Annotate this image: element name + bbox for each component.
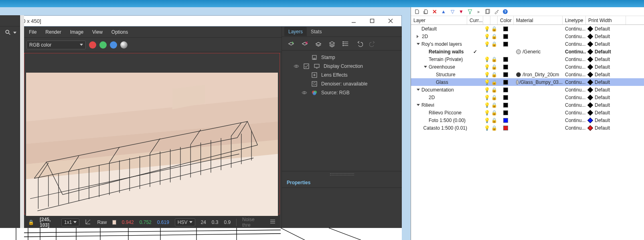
layer-printwidth[interactable]: Default: [586, 55, 626, 63]
red-channel-dot[interactable]: [89, 41, 96, 49]
layer-color-swatch[interactable]: [498, 124, 514, 132]
layer-material[interactable]: [514, 101, 563, 109]
move-down-icon[interactable]: ▽: [449, 8, 456, 15]
layer-printwidth[interactable]: Default: [586, 48, 626, 55]
layer-visible-toggle[interactable]: 💡: [483, 55, 490, 63]
layer-color-swatch[interactable]: [498, 116, 514, 124]
layer-linetype[interactable]: Continu...: [563, 48, 586, 55]
layer-material[interactable]: [514, 40, 563, 48]
chevron-down-icon[interactable]: [417, 43, 420, 45]
layer-material[interactable]: [514, 25, 563, 33]
layer-color-swatch[interactable]: [498, 101, 514, 109]
tools-icon[interactable]: [493, 8, 500, 15]
layer-color-swatch[interactable]: [498, 55, 514, 63]
layer-linetype[interactable]: Continu...: [563, 33, 586, 40]
tree-source-rgb[interactable]: Source: RGB: [282, 88, 402, 97]
redo-icon[interactable]: [368, 39, 378, 49]
tree-stamp[interactable]: Stamp: [282, 53, 402, 62]
layer-printwidth[interactable]: Default: [586, 109, 626, 116]
layer-visible-toggle[interactable]: 💡: [483, 109, 490, 116]
layer-current[interactable]: [467, 63, 483, 71]
layer-row[interactable]: Rilievo Piccone💡🔒Continu...Default: [411, 109, 644, 116]
layer-lock-toggle[interactable]: 🔒: [490, 116, 498, 124]
layer-current[interactable]: ✓: [467, 48, 483, 55]
layer-color-swatch[interactable]: [498, 71, 514, 78]
layer-lock-toggle[interactable]: 🔒: [490, 86, 498, 94]
layer-material[interactable]: [514, 124, 563, 132]
layer-visible-toggle[interactable]: 💡: [483, 40, 490, 48]
sample-size[interactable]: 1x1: [61, 218, 79, 226]
blue-channel-dot[interactable]: [110, 41, 117, 49]
layer-visible-toggle[interactable]: 💡: [483, 33, 490, 40]
layer-lock-toggle[interactable]: 🔒: [490, 25, 498, 33]
layer-linetype[interactable]: Continu...: [563, 55, 586, 63]
layer-printwidth[interactable]: Default: [586, 33, 626, 40]
layer-printwidth[interactable]: Default: [586, 94, 626, 101]
chevron-down-icon[interactable]: [13, 32, 16, 34]
layer-current[interactable]: [467, 86, 483, 94]
layer-visible-toggle[interactable]: 💡: [483, 71, 490, 78]
window-titlebar[interactable]: 0% of 800 x 450]: [0, 15, 402, 26]
move-down-filled-icon[interactable]: ▼: [458, 8, 465, 15]
layer-printwidth[interactable]: Default: [586, 116, 626, 124]
tree-lens-effects[interactable]: Lens Effects: [282, 71, 402, 79]
col-color[interactable]: Color: [498, 16, 514, 24]
layer-row[interactable]: Glass💡🔒/Glass_Bumpy_03...Continu...Defau…: [411, 78, 644, 86]
layer-current[interactable]: [467, 55, 483, 63]
layer-material[interactable]: [514, 116, 563, 124]
tree-denoiser[interactable]: Denoiser: unavailable: [282, 79, 402, 88]
curve-icon[interactable]: [85, 218, 91, 226]
layer-printwidth[interactable]: Default: [586, 101, 626, 109]
panel-splitter[interactable]: [282, 171, 402, 177]
tab-stats[interactable]: Stats: [307, 27, 326, 36]
layer-printwidth[interactable]: Default: [586, 86, 626, 94]
layer-printwidth[interactable]: Default: [586, 124, 626, 132]
layer-visible-toggle[interactable]: 💡: [483, 94, 490, 101]
layer-visible-toggle[interactable]: 💡: [483, 86, 490, 94]
layer-current[interactable]: [467, 94, 483, 101]
layer-linetype[interactable]: Continu...: [563, 63, 586, 71]
layer-lock-toggle[interactable]: 🔒: [490, 71, 498, 78]
layer-lock-toggle[interactable]: [490, 48, 498, 55]
layer-linetype[interactable]: Continu...: [563, 94, 586, 101]
layer-lock-toggle[interactable]: 🔒: [490, 101, 498, 109]
layer-current[interactable]: [467, 124, 483, 132]
layer-linetype[interactable]: Continu...: [563, 71, 586, 78]
layer-row[interactable]: 2D💡🔒Continu...Default: [411, 33, 644, 40]
eye-icon[interactable]: [301, 91, 308, 95]
layer-linetype[interactable]: Continu...: [563, 78, 586, 86]
layer-lock-toggle[interactable]: 🔒: [490, 55, 498, 63]
new-layer-icon[interactable]: [413, 8, 421, 15]
lock-icon[interactable]: 🔒: [28, 220, 34, 225]
layer-row[interactable]: Rilievi💡🔒Continu...Default: [411, 101, 644, 109]
layer-material[interactable]: /Glass_Bumpy_03...: [514, 78, 563, 86]
menu-render[interactable]: Render: [45, 29, 61, 35]
col-layer[interactable]: Layer: [411, 16, 467, 24]
layer-printwidth[interactable]: Default: [586, 25, 626, 33]
maximize-button[interactable]: [363, 16, 381, 26]
channel-dropdown[interactable]: RGB color: [26, 41, 86, 49]
col-linetype[interactable]: Linetype: [563, 16, 586, 24]
layer-material[interactable]: [514, 63, 563, 71]
tab-layers[interactable]: Layers: [284, 27, 307, 36]
layer-row[interactable]: 2D💡🔒Continu...Default: [411, 94, 644, 101]
layer-material[interactable]: [514, 94, 563, 101]
layer-color-swatch[interactable]: [498, 25, 514, 33]
move-up-icon[interactable]: ▲: [440, 8, 447, 15]
layer-lock-toggle[interactable]: 🔒: [490, 124, 498, 132]
layer-color-swatch[interactable]: [498, 94, 514, 101]
alpha-channel-dot[interactable]: [120, 41, 128, 49]
layer-row[interactable]: Structure💡🔒/Iron_Dirty_20cmContinu...Def…: [411, 71, 644, 78]
help-icon[interactable]: ?: [502, 8, 509, 15]
layer-current[interactable]: [467, 33, 483, 40]
undo-icon[interactable]: [354, 39, 365, 49]
layer-material[interactable]: [514, 109, 563, 116]
layer-visible-toggle[interactable]: 💡: [483, 124, 490, 132]
chevron-down-icon[interactable]: [424, 66, 427, 68]
layer-current[interactable]: [467, 109, 483, 116]
delete-layer-icon[interactable]: ✕: [431, 8, 438, 15]
layer-linetype[interactable]: Continu...: [563, 116, 586, 124]
layer-material[interactable]: [514, 33, 563, 40]
new-sublayer-icon[interactable]: [422, 8, 429, 15]
layer-lock-toggle[interactable]: 🔒: [490, 109, 498, 116]
